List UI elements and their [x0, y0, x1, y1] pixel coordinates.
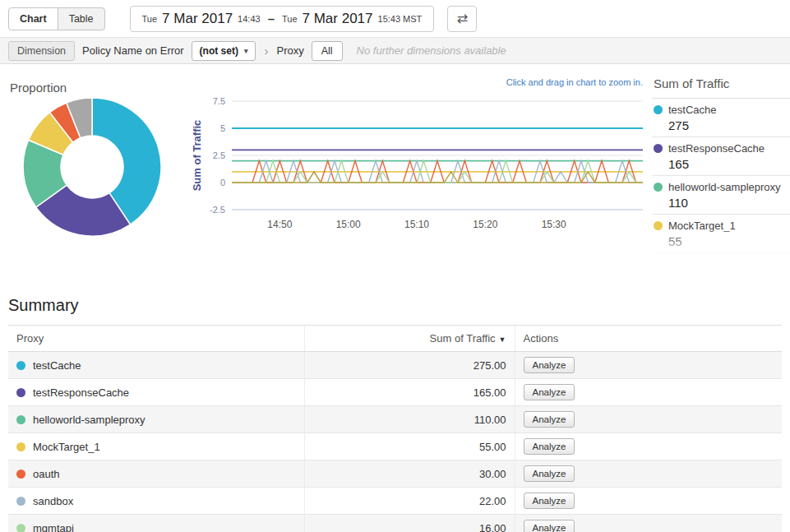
proxy-label: Proxy — [276, 44, 303, 57]
caret-down-icon: ▾ — [244, 47, 248, 55]
actions-cell: Analyze — [515, 488, 782, 515]
end-day: Tue — [282, 14, 298, 24]
date-range-picker[interactable]: Tue 7 Mar 2017 14:43 – Tue 7 Mar 2017 15… — [130, 6, 435, 32]
y-tick-label: 5 — [220, 123, 225, 133]
start-day: Tue — [142, 14, 158, 24]
traffic-column-header[interactable]: Sum of Traffic▼ — [304, 326, 515, 352]
series-color-dot — [16, 415, 25, 424]
analyze-button[interactable]: Analyze — [524, 384, 575, 400]
traffic-cell: 16.00 — [304, 515, 515, 532]
legend-series-value: 275 — [668, 118, 790, 132]
y-tick-label: 0 — [220, 178, 225, 187]
top-toolbar: Chart Table Tue 7 Mar 2017 14:43 – Tue 7… — [0, 0, 790, 37]
refresh-icon: ⇄ — [457, 12, 468, 25]
end-time: 15:43 MST — [378, 14, 423, 24]
analyze-button[interactable]: Analyze — [524, 465, 575, 482]
legend-series-name: helloworld-sampleproxy — [668, 181, 781, 193]
table-row: helloworld-sampleproxy110.00Analyze — [8, 406, 782, 433]
legend-items: testCache275testResponseCache165hellowor… — [652, 99, 790, 253]
y-tick-label: -2.5 — [210, 205, 225, 215]
series-color-dot — [16, 524, 25, 532]
table-row: testCache275.00Analyze — [8, 352, 782, 379]
series-color-dot — [16, 497, 25, 506]
legend-series-value: 55 — [668, 234, 790, 248]
series-color-dot — [654, 183, 663, 192]
dimension-value-dropdown[interactable]: (not set) ▾ — [192, 41, 256, 61]
legend-series-name: testResponseCache — [668, 142, 765, 155]
traffic-cell: 30.00 — [304, 460, 515, 488]
proxy-cell: sandbox — [8, 488, 304, 515]
series-color-dot — [16, 388, 25, 397]
chart-section: Proportion Click and drag in chart to zo… — [0, 64, 790, 280]
actions-cell: Analyze — [515, 406, 782, 433]
traffic-cell: 275.00 — [304, 352, 515, 379]
table-row: testResponseCache165.00Analyze — [8, 379, 782, 406]
chevron-right-icon: › — [264, 44, 268, 58]
proxy-column-header: Proxy — [8, 326, 304, 352]
analyze-button[interactable]: Analyze — [524, 520, 575, 532]
legend-series-value: 165 — [668, 157, 790, 171]
table-row: mgmtapi16.00Analyze — [8, 515, 782, 532]
refresh-button[interactable]: ⇄ — [447, 6, 477, 32]
series-color-dot — [654, 105, 663, 114]
table-tab[interactable]: Table — [58, 7, 105, 30]
x-tick-label: 15:10 — [404, 219, 429, 230]
x-tick-label: 15:20 — [473, 219, 497, 230]
traffic-cell: 55.00 — [304, 433, 515, 460]
end-date: 7 Mar 2017 — [303, 11, 373, 27]
legend-item[interactable]: testCache275 — [652, 99, 790, 137]
x-tick-label: 15:00 — [336, 219, 361, 230]
analyze-button[interactable]: Analyze — [524, 411, 575, 428]
analyze-button[interactable]: Analyze — [524, 493, 575, 509]
sort-descending-icon: ▼ — [499, 335, 506, 344]
no-dimensions-note: No further dimensions available — [357, 44, 506, 57]
legend-series-name: MockTarget_1 — [668, 220, 736, 232]
x-tick-label: 15:30 — [542, 219, 566, 230]
range-separator: – — [268, 12, 275, 25]
proxy-cell: testCache — [8, 352, 304, 379]
actions-column-header: Actions — [515, 326, 782, 352]
legend-series-name: testCache — [668, 104, 717, 116]
table-row: oauth30.00Analyze — [8, 460, 782, 488]
traffic-cell: 110.00 — [304, 406, 515, 433]
line-chart[interactable]: -2.502.557.514:5015:0015:1015:2015:30Sum… — [191, 81, 651, 245]
dimension-bar: Dimension Policy Name on Error (not set)… — [0, 37, 790, 64]
actions-cell: Analyze — [515, 379, 782, 406]
y-tick-label: 2.5 — [213, 150, 225, 160]
x-tick-label: 14:50 — [267, 219, 292, 230]
legend-series-value: 110 — [668, 196, 790, 210]
table-row: sandbox22.00Analyze — [8, 488, 782, 515]
series-color-dot — [16, 442, 25, 451]
proxy-cell: testResponseCache — [8, 379, 304, 406]
analyze-button[interactable]: Analyze — [524, 357, 575, 373]
proportion-label: Proportion — [10, 81, 67, 95]
proxy-cell: mgmtapi — [8, 515, 304, 532]
start-time: 14:43 — [238, 14, 261, 24]
view-toggle-group: Chart Table — [8, 7, 105, 30]
dimension-label: Dimension — [8, 41, 75, 61]
summary-table: Proxy Sum of Traffic▼ Actions testCache2… — [8, 325, 782, 532]
table-row: MockTarget_155.00Analyze — [8, 433, 782, 460]
proxy-all-button[interactable]: All — [312, 41, 343, 61]
chart-tab[interactable]: Chart — [8, 7, 58, 30]
start-date: 7 Mar 2017 — [162, 11, 233, 27]
legend-title: Sum of Traffic — [652, 74, 790, 99]
analyze-button[interactable]: Analyze — [524, 438, 575, 455]
legend-item[interactable]: testResponseCache165 — [652, 137, 790, 176]
proxy-cell: helloworld-sampleproxy — [8, 406, 304, 433]
traffic-cell: 22.00 — [304, 488, 515, 515]
summary-title: Summary — [8, 296, 782, 315]
series-color-dot — [16, 361, 25, 370]
actions-cell: Analyze — [515, 460, 782, 488]
summary-table-body: testCache275.00AnalyzetestResponseCache1… — [8, 352, 782, 532]
y-tick-label: 7.5 — [213, 96, 225, 106]
donut-chart — [10, 97, 174, 237]
actions-cell: Analyze — [515, 433, 782, 460]
legend-item[interactable]: MockTarget_155 — [652, 215, 790, 253]
summary-section: Summary Proxy Sum of Traffic▼ Actions te… — [0, 296, 790, 532]
dimension-value: (not set) — [200, 45, 238, 57]
proxy-cell: oauth — [8, 460, 304, 488]
series-color-dot — [16, 470, 25, 479]
actions-cell: Analyze — [515, 515, 782, 532]
legend-item[interactable]: helloworld-sampleproxy110 — [652, 176, 790, 215]
